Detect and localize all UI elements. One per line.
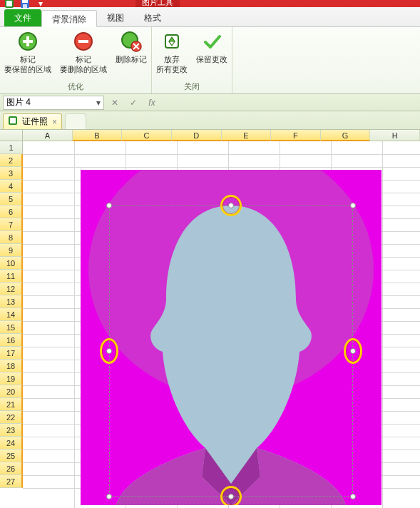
app-icon[interactable] [3, 0, 16, 10]
row-header-8[interactable]: 8 [0, 231, 23, 244]
row-header-14[interactable]: 14 [0, 308, 23, 321]
row-header-7[interactable]: 7 [0, 218, 23, 231]
row-header-2[interactable]: 2 [0, 154, 23, 167]
resize-handle-sw[interactable] [106, 494, 112, 499]
enter-formula-icon[interactable]: ✓ [127, 96, 140, 109]
select-all-corner[interactable] [0, 130, 23, 141]
ribbon-group-optimize: 标记 要保留的区域 标记 要删除的区域 删除标记 优化 [0, 27, 152, 93]
svg-rect-7 [23, 40, 33, 43]
row-headers: 1234567891011121314151617181920212223242… [0, 141, 23, 488]
name-box[interactable]: 图片 4 ▾ [3, 96, 104, 110]
delete-mark-label: 删除标记 [116, 54, 147, 64]
row-header-9[interactable]: 9 [0, 244, 23, 257]
column-header-B[interactable]: B [73, 130, 123, 141]
column-header-G[interactable]: G [321, 130, 371, 141]
grid-vline [382, 141, 383, 508]
ribbon-group-close: 放弃 所有更改 保留更改 关闭 [152, 27, 232, 93]
row-header-16[interactable]: 16 [0, 334, 23, 347]
workbook-tab-active[interactable]: 证件照 × [3, 113, 62, 129]
cancel-formula-icon[interactable]: ✕ [108, 96, 121, 109]
workbook-tab-new[interactable] [65, 113, 86, 129]
row-header-12[interactable]: 12 [0, 283, 23, 295]
ribbon: 标记 要保留的区域 标记 要删除的区域 删除标记 优化 [0, 27, 420, 94]
row-header-27[interactable]: 27 [0, 475, 23, 488]
fx-icon[interactable]: fx [145, 96, 158, 109]
chevron-down-icon[interactable]: ▾ [96, 98, 101, 108]
qat-dropdown-icon[interactable]: ▾ [34, 0, 47, 10]
row-header-24[interactable]: 24 [0, 437, 23, 449]
name-box-value: 图片 4 [6, 96, 31, 108]
keep-changes-button[interactable]: 保留更改 [196, 30, 227, 74]
svg-rect-16 [10, 118, 16, 123]
resize-handle-ne[interactable] [350, 203, 356, 208]
column-header-C[interactable]: C [122, 130, 172, 141]
mark-keep-button[interactable]: 标记 要保留的区域 [4, 30, 51, 74]
picture-object[interactable] [81, 170, 381, 505]
tab-view[interactable]: 视图 [97, 9, 134, 26]
discard-changes-label: 放弃 所有更改 [156, 54, 188, 74]
row-header-11[interactable]: 11 [0, 270, 23, 283]
resize-handle-nw[interactable] [106, 203, 112, 208]
svg-rect-3 [22, 0, 28, 3]
formula-input[interactable] [158, 96, 420, 110]
row-header-19[interactable]: 19 [0, 372, 23, 385]
workbook-tab-strip: 证件照 × [0, 111, 420, 130]
check-icon [200, 30, 223, 53]
workbook-tab-label: 证件照 [22, 116, 48, 128]
tab-background-remove[interactable]: 背景消除 [41, 10, 97, 27]
mark-remove-label: 标记 要删除的区域 [60, 54, 107, 74]
row-header-5[interactable]: 5 [0, 193, 23, 205]
row-header-3[interactable]: 3 [0, 167, 23, 180]
context-tab-picture-tools[interactable]: 图片工具 [135, 0, 180, 7]
column-header-A[interactable]: A [23, 130, 73, 141]
grid-hline [23, 167, 420, 168]
row-header-1[interactable]: 1 [0, 141, 23, 154]
highlight-ring-left [100, 338, 118, 364]
svg-rect-9 [78, 40, 88, 43]
resize-handle-se[interactable] [350, 494, 356, 499]
keep-changes-label: 保留更改 [196, 54, 227, 64]
svg-rect-1 [6, 1, 12, 6]
grid-hline [23, 154, 420, 155]
column-header-F[interactable]: F [271, 130, 321, 141]
mark-remove-button[interactable]: 标记 要删除的区域 [60, 30, 107, 74]
save-icon[interactable] [19, 0, 31, 10]
row-header-17[interactable]: 17 [0, 347, 23, 360]
silhouette-preview [81, 170, 381, 505]
title-bar: ▾ 图片工具 [0, 0, 420, 7]
column-header-E[interactable]: E [222, 130, 272, 141]
discard-changes-button[interactable]: 放弃 所有更改 [156, 30, 188, 74]
group-title-optimize: 优化 [68, 80, 83, 92]
row-header-15[interactable]: 15 [0, 321, 23, 334]
close-icon[interactable]: × [52, 117, 57, 127]
column-headers: ABCDEFGH [23, 130, 420, 141]
plus-circle-icon [16, 30, 39, 53]
grid-vline [74, 141, 75, 508]
row-header-18[interactable]: 18 [0, 360, 23, 372]
mark-keep-label: 标记 要保留的区域 [4, 54, 51, 74]
highlight-ring-right [344, 338, 362, 364]
row-header-23[interactable]: 23 [0, 424, 23, 437]
row-header-26[interactable]: 26 [0, 462, 23, 475]
row-header-22[interactable]: 22 [0, 411, 23, 424]
row-header-4[interactable]: 4 [0, 180, 23, 193]
column-header-D[interactable]: D [172, 130, 222, 141]
highlight-ring-top [220, 195, 242, 216]
row-header-20[interactable]: 20 [0, 385, 23, 398]
svg-rect-4 [23, 4, 27, 8]
tab-file[interactable]: 文件 [4, 9, 41, 26]
delete-mark-button[interactable]: 删除标记 [116, 30, 147, 74]
row-header-13[interactable]: 13 [0, 295, 23, 308]
row-header-25[interactable]: 25 [0, 449, 23, 462]
row-header-6[interactable]: 6 [0, 205, 23, 218]
column-header-H[interactable]: H [370, 130, 420, 141]
workbook-tab-icon [8, 116, 18, 128]
tab-format[interactable]: 格式 [134, 9, 171, 26]
recycle-icon [160, 30, 183, 53]
delete-mark-icon [120, 30, 143, 53]
formula-bar: 图片 4 ▾ ✕ ✓ fx [0, 94, 420, 111]
minus-circle-icon [72, 30, 95, 53]
row-header-21[interactable]: 21 [0, 398, 23, 411]
highlight-ring-bottom [220, 486, 242, 505]
row-header-10[interactable]: 10 [0, 257, 23, 270]
